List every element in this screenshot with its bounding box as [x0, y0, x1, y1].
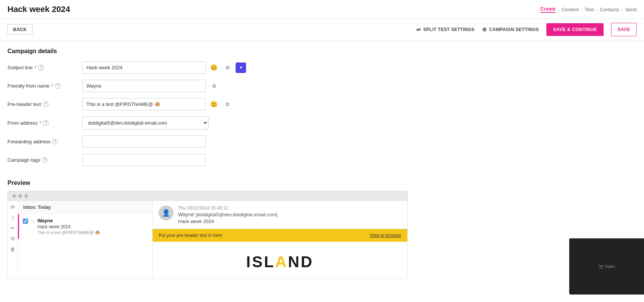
preview-email-main: 👤 Thu 19/12/2024 15:48:11 Wayne [dotdigi…: [153, 201, 407, 278]
inbox-label: Inbox: Today: [18, 201, 152, 214]
sep3: ›: [596, 7, 598, 12]
from-address-select-wrapper: dotdigital5@dev.dotdigital-email.com: [82, 116, 277, 129]
email-meta-subject: Hack week 2024: [178, 219, 277, 224]
preview-section: Preview ✉ ☆ ✏ ⧉ 🗑 Inbox: Today ☆: [0, 180, 644, 286]
sub-bar: BACK ⇌ SPLIT TEST SETTINGS ⚙ CAMPAIGN SE…: [0, 19, 644, 40]
from-name-merge-tags-button[interactable]: ⧉: [209, 81, 219, 91]
ai-button[interactable]: ✦: [236, 62, 246, 73]
preview-inbox-sidebar: Inbox: Today ☆ Wayne Hack week 2024 This…: [18, 201, 153, 278]
page-title: Hack week 2024: [7, 4, 70, 14]
section-title: Campaign details: [7, 48, 277, 55]
copy-icon: ⧉: [11, 235, 15, 242]
dot1: [12, 194, 16, 198]
email-star-icon[interactable]: ☆: [30, 218, 35, 224]
campaign-tags-help-icon[interactable]: ?: [42, 157, 47, 163]
friendly-from-name-label: Friendly from name * ?: [7, 83, 82, 89]
friendly-from-name-input[interactable]: [82, 80, 206, 92]
email-item-content: Wayne Hack week 2024 This is a test @FIR…: [37, 218, 148, 235]
breadcrumb-content[interactable]: Content: [562, 7, 579, 12]
breadcrumb-send[interactable]: Send: [625, 7, 637, 12]
email-sender: Wayne: [37, 218, 148, 223]
sep2: ›: [581, 7, 582, 12]
forwarding-address-help-icon[interactable]: ?: [52, 139, 58, 144]
email-meta-date: Thu 19/12/2024 15:48:11: [178, 205, 277, 211]
email-meta-sender: Wayne [dotdigital5@dev.dotdigital-email.…: [178, 211, 277, 217]
mail-icon: ✉: [10, 204, 15, 210]
email-list-item[interactable]: ☆ Wayne Hack week 2024 This is a test @F…: [18, 214, 152, 239]
subject-line-label: Subject line * ?: [7, 65, 82, 70]
pre-header-text-input[interactable]: [82, 98, 206, 110]
campaign-tags-row: Campaign tags ?: [7, 154, 277, 166]
pre-header-banner: Put your pre-header text in here View in…: [153, 229, 407, 242]
pre-header-text-row: Pre-header text ? 😊 ⧉: [7, 98, 277, 110]
from-address-help-icon[interactable]: ?: [43, 120, 49, 126]
forwarding-address-label: Forwarding address ?: [7, 139, 82, 144]
delete-icon: 🗑: [10, 246, 15, 252]
split-test-icon: ⇌: [416, 27, 421, 33]
breadcrumb-contacts[interactable]: Contacts: [600, 7, 619, 12]
view-in-browser-link[interactable]: View in browser: [370, 233, 401, 238]
subject-line-input[interactable]: [82, 61, 206, 74]
email-header-area: 👤 Thu 19/12/2024 15:48:11 Wayne [dotdigi…: [153, 201, 407, 229]
required-marker2: *: [51, 83, 53, 89]
from-address-select[interactable]: dotdigital5@dev.dotdigital-email.com: [82, 116, 209, 129]
preview-title-bar: [8, 191, 407, 201]
breadcrumb-test[interactable]: Test: [585, 7, 594, 12]
friendly-from-name-help-icon[interactable]: ?: [55, 83, 61, 89]
split-test-settings-button[interactable]: ⇌ SPLIT TEST SETTINGS: [416, 27, 474, 33]
subject-line-input-wrapper: 😊 ⧉ ✦: [82, 61, 277, 74]
email-checkbox[interactable]: [23, 219, 28, 224]
back-button[interactable]: BACK: [7, 24, 33, 35]
sub-bar-right: ⇌ SPLIT TEST SETTINGS ⚙ CAMPAIGN SETTING…: [416, 23, 637, 36]
required-marker: *: [34, 65, 36, 70]
pre-header-emoji-button[interactable]: 😊: [209, 99, 219, 110]
dot2: [18, 194, 22, 198]
subject-line-row: Subject line * ? 😊 ⧉ ✦: [7, 61, 277, 74]
pre-header-help-icon[interactable]: ?: [43, 101, 49, 107]
pre-header-merge-tags-button[interactable]: ⧉: [222, 99, 233, 110]
email-preview-text: This is a test @FIRSTNAME@ 🐵: [37, 230, 148, 235]
friendly-from-name-input-wrapper: ⧉: [82, 80, 277, 92]
preview-container: ✉ ☆ ✏ ⧉ 🗑 Inbox: Today ☆ Wayne Hack week…: [7, 191, 408, 279]
breadcrumb: Create › Content › Test › Contacts › Sen…: [540, 6, 637, 13]
email-logo: ISLAND: [153, 242, 407, 278]
star-icon: ☆: [10, 214, 15, 220]
pre-header-text-label: Pre-header text ?: [7, 101, 82, 107]
edit-icon: ✏: [10, 225, 15, 231]
campaign-tags-input-wrapper: [82, 154, 277, 166]
dot3: [24, 194, 28, 198]
pre-header-banner-text: Put your pre-header text in here: [159, 233, 222, 238]
save-button[interactable]: SAVE: [611, 23, 637, 36]
preview-left-toolbar: ✉ ☆ ✏ ⧉ 🗑: [8, 201, 18, 278]
email-header-top: 👤 Thu 19/12/2024 15:48:11 Wayne [dotdigi…: [159, 205, 401, 224]
forwarding-address-input[interactable]: [82, 135, 206, 148]
required-marker3: *: [39, 120, 41, 126]
preview-title: Preview: [7, 180, 637, 186]
settings-icon: ⚙: [482, 27, 487, 33]
email-body-preview: Put your pre-header text in here View in…: [153, 229, 407, 278]
pre-header-input-wrapper: 😊 ⧉: [82, 98, 277, 110]
avatar: 👤: [159, 205, 174, 220]
campaign-settings-button[interactable]: ⚙ CAMPAIGN SETTINGS: [482, 27, 539, 33]
sep4: ›: [621, 7, 623, 12]
preview-body: ✉ ☆ ✏ ⧉ 🗑 Inbox: Today ☆ Wayne Hack week…: [8, 201, 407, 278]
email-subject: Hack week 2024: [37, 224, 148, 229]
save-and-continue-button[interactable]: SAVE & CONTINUE: [546, 23, 604, 36]
island-logo-highlight: A: [275, 253, 288, 271]
campaign-details-section: Campaign details Subject line * ? 😊 ⧉ ✦ …: [0, 40, 284, 180]
forwarding-address-input-wrapper: [82, 135, 277, 148]
campaign-tags-input[interactable]: [82, 154, 206, 166]
emoji-button[interactable]: 😊: [209, 62, 219, 73]
forwarding-address-row: Forwarding address ?: [7, 135, 277, 148]
from-address-label: From address * ?: [7, 120, 82, 126]
campaign-tags-label: Campaign tags ?: [7, 157, 82, 163]
merge-tags-button[interactable]: ⧉: [222, 62, 233, 73]
sep1: ›: [558, 7, 559, 12]
video-overlay: 📷 Video: [569, 238, 644, 286]
video-placeholder: 📷 Video: [598, 264, 615, 269]
breadcrumb-create[interactable]: Create: [540, 6, 555, 13]
subject-line-help-icon[interactable]: ?: [38, 65, 44, 70]
top-bar: Hack week 2024 Create › Content › Test ›…: [0, 0, 644, 19]
from-address-row: From address * ? dotdigital5@dev.dotdigi…: [7, 116, 277, 129]
friendly-from-name-row: Friendly from name * ? ⧉: [7, 80, 277, 92]
